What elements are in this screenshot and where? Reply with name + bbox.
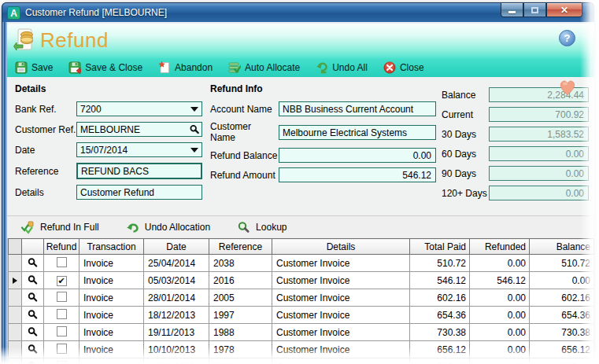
row-lookup-button[interactable] — [22, 341, 44, 358]
refund-amount-label: Refund Amount — [210, 170, 279, 181]
invoice-row[interactable]: Invoice25/04/20142038Customer Invoice510… — [9, 255, 594, 272]
customer-name-field[interactable]: Melbourne Electrical Systems — [279, 125, 436, 140]
reference-column-header[interactable]: Reference — [209, 239, 272, 255]
row-lookup-button[interactable] — [22, 324, 44, 341]
invoice-row[interactable]: Invoice28/01/20142005Customer Invoice602… — [9, 289, 594, 307]
save-and-close-button[interactable]: Save & Close — [68, 61, 142, 74]
transaction-cell: Invoice — [79, 324, 144, 341]
refund-info-group: Refund Info Account Name NBB Business Cu… — [210, 83, 443, 187]
refund-balance-field[interactable]: 0.00 — [279, 148, 436, 163]
customer-lookup-icon[interactable] — [189, 124, 200, 135]
invoice-row[interactable]: Invoice19/11/20131988Customer Invoice730… — [9, 324, 594, 341]
chevron-down-icon[interactable] — [190, 107, 198, 112]
abandon-button[interactable]: Abandon — [158, 61, 213, 74]
close-button[interactable]: Close — [383, 61, 424, 74]
close-icon — [383, 61, 396, 74]
refund-column-header[interactable]: Refund — [44, 239, 79, 255]
date-cell: 28/01/2014 — [144, 289, 209, 307]
selector-column-header — [9, 239, 22, 255]
details-cell: Customer Invoice — [272, 255, 410, 272]
table-header-row: Refund Transaction Date Reference Detail… — [9, 239, 594, 255]
bank-ref-dropdown[interactable]: 7200 — [76, 101, 202, 116]
refund-in-full-button[interactable]: Refund In Full — [21, 221, 99, 234]
save-label: Save — [31, 62, 53, 73]
refund-checkbox[interactable] — [57, 326, 67, 336]
refund-checkbox[interactable] — [57, 257, 67, 267]
total-paid-cell: 510.72 — [410, 255, 470, 272]
row-selector[interactable] — [9, 272, 22, 289]
row-lookup-button[interactable] — [22, 358, 44, 364]
refunded-column-header[interactable]: Refunded — [470, 239, 530, 255]
help-button[interactable]: ? — [559, 30, 575, 46]
date-dropdown[interactable]: 15/07/2014 — [76, 142, 202, 157]
titlebar[interactable]: A Customer Refund [MELBOURNE] ✕ — [2, 2, 594, 22]
refund-checkbox[interactable] — [57, 309, 67, 319]
chevron-down-icon[interactable] — [190, 148, 198, 153]
row-magnifier-icon — [27, 361, 39, 364]
total-paid-cell: 654.36 — [410, 307, 470, 324]
refund-checkbox-cell[interactable] — [44, 255, 79, 272]
refund-checkbox[interactable] — [57, 292, 67, 302]
row-lookup-button[interactable] — [22, 255, 44, 272]
row-selector[interactable] — [9, 289, 22, 307]
refund-checkbox-cell[interactable]: ✔ — [44, 272, 79, 289]
undo-allocation-button[interactable]: Undo Allocation — [126, 221, 210, 234]
row-lookup-button[interactable] — [22, 289, 44, 307]
reference-cell: 1978 — [209, 341, 272, 358]
undo-allocation-icon — [126, 221, 139, 234]
refund-checkbox-cell[interactable] — [44, 324, 79, 341]
customer-ref-field[interactable]: MELBOURNE — [76, 122, 202, 137]
heart-icon[interactable] — [558, 79, 577, 96]
details-column-header[interactable]: Details — [272, 239, 410, 255]
minimize-button[interactable] — [501, 3, 523, 17]
row-lookup-button[interactable] — [22, 307, 44, 324]
close-window-button[interactable]: ✕ — [546, 3, 582, 17]
row-magnifier-icon — [27, 326, 39, 338]
days30-label: 30 Days — [442, 129, 489, 140]
invoice-table-body: Invoice25/04/20142038Customer Invoice510… — [9, 255, 594, 364]
window-title: Customer Refund [MELBOURNE] — [25, 7, 167, 18]
balance-column-header[interactable]: Balance — [530, 239, 594, 255]
date-column-header[interactable]: Date — [144, 239, 209, 255]
refund-checkbox-cell[interactable] — [44, 289, 79, 307]
maximize-button[interactable] — [523, 3, 546, 17]
lookup-button[interactable]: Lookup — [237, 221, 287, 234]
save-button[interactable]: Save — [15, 61, 53, 74]
account-name-field[interactable]: NBB Business Current Account — [279, 101, 436, 116]
lookup-column-header — [22, 239, 44, 255]
refund-checkbox-cell[interactable] — [44, 341, 79, 358]
undo-all-button[interactable]: Undo All — [316, 61, 368, 74]
invoice-row[interactable]: Invoice10/10/20131978Customer Invoice656… — [9, 341, 594, 358]
row-selector[interactable] — [9, 255, 22, 272]
row-selector[interactable] — [9, 307, 22, 324]
refund-checkbox[interactable] — [57, 361, 67, 364]
refund-checkbox-cell[interactable] — [44, 358, 79, 364]
page-title: Refund — [40, 28, 109, 53]
lookup-icon — [237, 221, 250, 234]
refund-checkbox[interactable]: ✔ — [57, 276, 67, 286]
refund-amount-field[interactable]: 546.12 — [279, 167, 436, 182]
customer-ref-label: Customer Ref. — [15, 124, 76, 135]
refund-checkbox-cell[interactable] — [44, 307, 79, 324]
save-and-close-label: Save & Close — [85, 62, 142, 73]
invoice-row[interactable]: ✔Invoice05/03/20142016Customer Invoice54… — [9, 272, 594, 289]
total-paid-column-header[interactable]: Total Paid — [410, 239, 470, 255]
invoice-table: Refund Transaction Date Reference Detail… — [8, 238, 594, 364]
invoice-table-wrap: Refund Transaction Date Reference Detail… — [8, 238, 594, 364]
row-selector[interactable] — [9, 358, 22, 364]
auto-allocate-button[interactable]: Auto Allocate — [228, 61, 300, 74]
row-lookup-button[interactable] — [22, 272, 44, 289]
transaction-cell: Invoice — [79, 255, 144, 272]
balance-cell: 510.72 — [530, 255, 594, 272]
reference-cell: 2038 — [209, 255, 272, 272]
details-field[interactable]: Customer Refund — [76, 185, 202, 200]
transaction-column-header[interactable]: Transaction — [79, 239, 144, 255]
reference-field[interactable]: REFUND BACS — [76, 163, 202, 179]
current-row-arrow — [13, 278, 17, 284]
invoice-row[interactable]: Invoice18/12/20131997Customer Invoice654… — [9, 307, 594, 324]
reference-cell: 1997 — [209, 307, 272, 324]
invoice-row[interactable]: Invoice14/09/20131970Customer Invoice395… — [9, 358, 594, 364]
row-selector[interactable] — [9, 324, 22, 341]
row-selector[interactable] — [9, 341, 22, 358]
refund-checkbox[interactable] — [57, 344, 67, 354]
